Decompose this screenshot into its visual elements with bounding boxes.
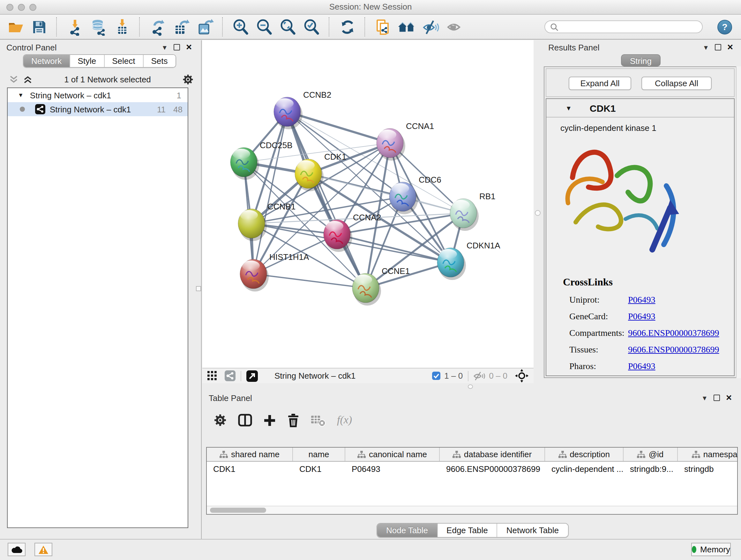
selected-nodes-checkbox-icon[interactable] [432, 372, 441, 380]
show-columns-icon[interactable] [238, 414, 252, 427]
open-in-new-window-icon[interactable] [246, 370, 258, 381]
tab-network-table[interactable]: Network Table [497, 523, 568, 537]
warning-status-button[interactable] [35, 543, 52, 556]
import-table-file-button[interactable] [113, 18, 131, 36]
save-session-button[interactable] [30, 18, 48, 36]
export-image-button[interactable] [196, 18, 214, 36]
node-HIST1H1A[interactable]: HIST1H1A [240, 252, 309, 292]
vertical-splitter[interactable] [534, 40, 542, 383]
collapse-all-button[interactable]: Collapse All [642, 77, 712, 90]
zoom-out-button[interactable] [255, 18, 273, 36]
panel-close-icon[interactable]: ✕ [186, 43, 192, 52]
zoom-in-button[interactable] [232, 18, 250, 36]
results-scrollbar[interactable] [736, 66, 741, 378]
panel-close-icon[interactable]: ✕ [727, 43, 733, 52]
control-panel-splitter-handle[interactable] [196, 286, 201, 291]
column-header-canonical-name[interactable]: canonical name [345, 448, 440, 461]
node-label-RB1: RB1 [479, 192, 495, 201]
add-column-plus-icon[interactable] [264, 414, 276, 426]
fit-selected-crosshair-icon[interactable] [515, 369, 529, 382]
network-options-gear-icon[interactable] [183, 74, 193, 84]
table-hscrollbar[interactable] [207, 506, 737, 514]
panel-close-icon[interactable]: ✕ [726, 393, 732, 402]
table-cell[interactable]: 9606.ENSP00000378699 [440, 462, 545, 476]
network-canvas[interactable]: CCNB2CCNA1CDC25BCDK1CDC6RB1CCNB1CCNA2CDK… [202, 40, 534, 368]
crosslink-link[interactable]: 9606.ENSP00000378699 [628, 328, 719, 338]
column-header-shared-name[interactable]: shared name [207, 448, 293, 461]
node-CCNE1[interactable]: CCNE1 [352, 266, 410, 306]
tab-edge-table[interactable]: Edge Table [437, 523, 497, 537]
refresh-view-button[interactable] [338, 18, 356, 36]
hide-selected-button[interactable] [421, 18, 439, 36]
tab-style[interactable]: Style [70, 55, 105, 67]
memory-button[interactable]: Memory [691, 543, 731, 556]
network-row-selected[interactable]: String Network – cdk1 11 48 [8, 102, 188, 116]
tab-string[interactable]: String [621, 54, 661, 66]
tree-expand-caret-icon[interactable]: ▼ [18, 92, 23, 98]
table-cell[interactable]: stringdb [678, 462, 738, 476]
network-share-icon-disabled[interactable] [225, 370, 235, 381]
collapse-all-chevrons-icon[interactable] [9, 75, 18, 83]
panel-menu-caret-icon[interactable]: ▼ [161, 44, 168, 51]
function-builder-icon-disabled[interactable]: f(x) [337, 414, 352, 427]
tab-network[interactable]: Network [23, 55, 70, 67]
expand-all-button[interactable]: Expand All [569, 77, 631, 90]
network-graph[interactable]: CCNB2CCNA1CDC25BCDK1CDC6RB1CCNB1CCNA2CDK… [202, 40, 534, 368]
section-collapse-caret-icon[interactable]: ▼ [565, 105, 572, 111]
expand-all-chevrons-icon[interactable] [23, 75, 32, 83]
table-row[interactable]: CDK1CDK1P064939606.ENSP00000378699cyclin… [207, 462, 737, 476]
edge-HIST1H1A-CCNE1[interactable] [253, 274, 366, 288]
panel-menu-caret-icon[interactable]: ▼ [703, 44, 709, 51]
panel-float-icon[interactable] [715, 44, 721, 51]
birds-eye-grid-icon[interactable] [207, 371, 217, 381]
edge-CCNB2-HIST1H1A[interactable] [253, 112, 287, 274]
zoom-selected-button[interactable] [302, 18, 320, 36]
table-cell[interactable]: CDK1 [207, 462, 293, 476]
hidden-eye-slash-icon[interactable] [474, 371, 485, 380]
import-network-database-button[interactable] [89, 18, 107, 36]
tab-sets[interactable]: Sets [143, 55, 175, 67]
crosslink-link[interactable]: P06493 [628, 312, 656, 322]
zoom-fit-button[interactable] [279, 18, 297, 36]
panel-float-icon[interactable] [174, 44, 180, 51]
panel-float-icon[interactable] [714, 395, 720, 401]
table-cell[interactable]: P06493 [345, 462, 440, 476]
horizontal-splitter-handle[interactable] [468, 384, 473, 389]
edge-CCNB2-CCNA1[interactable] [287, 112, 390, 143]
tab-select[interactable]: Select [105, 55, 143, 67]
crosslink-link[interactable]: P06493 [628, 295, 656, 305]
export-table-button[interactable] [172, 18, 190, 36]
network-collection-row[interactable]: ▼ String Network – cdk1 1 [8, 88, 188, 102]
vertical-splitter-handle[interactable] [535, 210, 541, 216]
gene-section-header[interactable]: ▼ CDK1 [546, 99, 734, 118]
table-cell[interactable]: stringdb:9... [623, 462, 678, 476]
clone-network-view-button[interactable] [374, 18, 392, 36]
node-CDKN1A[interactable]: CDKN1A [437, 241, 500, 280]
tab-node-table[interactable]: Node Table [377, 523, 437, 537]
first-neighbors-button[interactable] [398, 18, 415, 36]
help-button[interactable]: ? [718, 19, 732, 34]
table-cell[interactable]: cyclin-dependent ... [545, 462, 623, 476]
column-header-name[interactable]: name [293, 448, 345, 461]
show-all-button-disabled[interactable] [445, 18, 463, 36]
column-header-namespace[interactable]: namespace [678, 448, 738, 461]
table-cell[interactable]: CDK1 [293, 462, 345, 476]
node-RB1[interactable]: RB1 [450, 192, 495, 231]
open-session-button[interactable] [6, 18, 24, 36]
node-CDC6[interactable]: CDC6 [389, 175, 441, 214]
node-CCNA1[interactable]: CCNA1 [377, 121, 434, 161]
export-network-button[interactable] [149, 18, 166, 36]
column-header--id[interactable]: @id [623, 448, 678, 461]
crosslink-link[interactable]: 9606.ENSP00000378699 [628, 345, 719, 355]
delete-table-icon-disabled[interactable] [311, 414, 326, 426]
table-hscrollbar-thumb[interactable] [210, 508, 266, 513]
table-options-gear-icon[interactable] [214, 414, 226, 427]
crosslink-link[interactable]: P06493 [628, 361, 656, 372]
search-input[interactable] [562, 22, 697, 32]
import-network-file-button[interactable] [66, 18, 84, 36]
delete-column-trash-icon[interactable] [287, 414, 299, 427]
column-header-description[interactable]: description [545, 448, 623, 461]
panel-menu-caret-icon[interactable]: ▼ [701, 394, 708, 401]
column-header-database-identifier[interactable]: database identifier [440, 448, 545, 461]
cloud-status-button[interactable] [8, 543, 25, 556]
